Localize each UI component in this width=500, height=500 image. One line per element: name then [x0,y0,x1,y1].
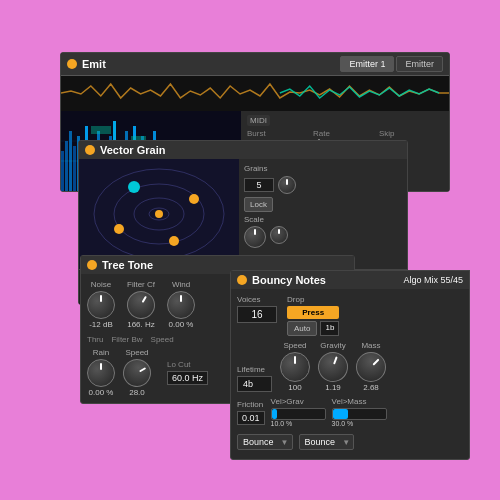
bn-gravity-group: Gravity 1.19 [318,341,348,392]
lock-button[interactable]: Lock [244,197,273,212]
voices-label: Voices [237,295,277,304]
speed-value-bn: 100 [288,383,301,392]
filter-cf-knob[interactable] [122,286,160,324]
vel-grav-label: Vel>Grav [271,397,326,406]
rate-label: Rate [313,129,377,138]
noise-knob[interactable] [87,291,115,319]
tt-noise-col: Noise -12 dB [87,280,115,329]
emit-tab-2[interactable]: Emitter [396,56,443,72]
gravity-knob[interactable] [314,348,352,386]
tt-filter-cf-col: Filter Cf 166. Hz [127,280,155,329]
grains-knob[interactable] [278,176,296,194]
vg-title-bar: Vector Grain [79,141,407,159]
wind-value: 0.00 % [169,320,194,329]
vel-grav-value: 10.0 % [271,420,326,427]
scale-knob[interactable] [244,226,266,248]
vel-grav-bar[interactable] [271,408,326,420]
algo-value: 55/45 [440,275,463,285]
drop-press-button[interactable]: Press [287,306,339,319]
emit-tabs: Emitter 1 Emitter [340,56,443,72]
bn-lifetime-col: Lifetime 4b [237,365,272,392]
bn-vel-mass-col: Vel>Mass 30.0 % [332,397,387,427]
svg-point-37 [189,194,199,204]
drop-label: Drop [287,295,339,304]
midi-label: MIDI [247,115,270,126]
bounce2-label: Bounce [305,437,336,447]
vg-grains-section: Grains 5 Lock [244,164,402,212]
vel-mass-value: 30.0 % [332,420,387,427]
gravity-value: 1.19 [325,383,341,392]
skip-label: Skip [379,129,443,138]
bn-mass-group: Mass 2.68 [356,341,386,392]
bn-body: Voices 16 Drop Press Auto 1b Lifetime 4b… [231,289,469,459]
mass-value: 2.68 [363,383,379,392]
mass-label: Mass [361,341,380,350]
emit-tab-1[interactable]: Emitter 1 [340,56,394,72]
friction-value: 0.01 [237,411,265,425]
bn-status-dot [237,275,247,285]
svg-point-38 [114,224,124,234]
bouncy-notes-panel: Bouncy Notes Algo Mix 55/45 Voices 16 Dr… [230,270,470,460]
grains-label: Grains [244,164,402,173]
speed-value: 28.0 [129,388,145,397]
wind-knob[interactable] [167,291,195,319]
thru-label: Thru [87,335,103,344]
bn-title: Bouncy Notes [252,274,326,286]
tt-speed-col: Speed 28.0 [123,348,151,397]
bn-voices-col: Voices 16 [237,295,277,336]
svg-rect-2 [61,151,64,191]
bounce1-label: Bounce [243,437,274,447]
vg-scale-section: Scale [244,215,402,248]
drop-auto-button[interactable]: Auto [287,321,317,336]
vg-right: Grains 5 Lock Scale [239,159,407,269]
chevron-down-icon-2: ▼ [342,438,350,447]
emit-waveform [61,76,449,111]
lifetime-value[interactable]: 4b [237,376,272,392]
noise-value: -12 dB [89,320,113,329]
drop-auto-row: Auto 1b [287,321,339,336]
rain-label: Rain [93,348,109,357]
chevron-down-icon-1: ▼ [281,438,289,447]
bounce-dropdown-1[interactable]: Bounce ▼ [237,434,293,450]
filter-bw-label: Filter Bw [111,335,142,344]
tt-title: Tree Tone [102,259,153,271]
vg-title: Vector Grain [100,144,165,156]
speed-label-tt: Speed [151,335,174,344]
bn-title-bar: Bouncy Notes Algo Mix 55/45 [231,271,469,289]
bn-drop-col: Drop Press Auto 1b [287,295,339,336]
svg-point-36 [155,210,163,218]
algo-label: Algo Mix [403,275,438,285]
svg-point-40 [128,181,140,193]
scale-label: Scale [244,215,264,224]
bounce-dropdowns: Bounce ▼ Bounce ▼ [237,431,463,453]
emit-title: Emit [82,58,106,70]
rain-value: 0.00 % [89,388,114,397]
friction-label: Friction [237,400,265,409]
voices-value[interactable]: 16 [237,306,277,323]
bn-row2: Lifetime 4b Speed 100 Gravity 1.19 Mass … [237,341,463,392]
scale-knob-2[interactable] [270,226,288,244]
mass-knob[interactable] [350,346,392,388]
drop-1b: 1b [320,321,339,336]
filter-cf-value: 166. Hz [127,320,155,329]
speed-knob-bn[interactable] [280,352,310,382]
lo-cut-value: 60.0 Hz [167,371,208,385]
lo-cut-label: Lo Cut [167,360,208,369]
bn-algo: Algo Mix 55/45 [403,275,463,285]
tt-rain-col: Rain 0.00 % [87,348,115,397]
vel-mass-bar[interactable] [332,408,387,420]
gravity-label: Gravity [320,341,345,350]
vel-mass-label: Vel>Mass [332,397,387,406]
filter-cf-label: Filter Cf [127,280,155,289]
bn-friction-row: Friction 0.01 Vel>Grav 10.0 % Vel>Mass 3… [237,397,463,427]
speed-knob[interactable] [118,354,156,392]
bounce-dropdown-2[interactable]: Bounce ▼ [299,434,355,450]
svg-rect-3 [65,141,68,191]
bn-friction-col: Friction 0.01 [237,400,265,425]
vg-status-dot [85,145,95,155]
rain-knob[interactable] [87,359,115,387]
emit-title-bar: Emit Emitter 1 Emitter [61,53,449,76]
grains-value[interactable]: 5 [244,178,274,192]
burst-label: Burst [247,129,311,138]
vg-orbit [79,159,239,269]
